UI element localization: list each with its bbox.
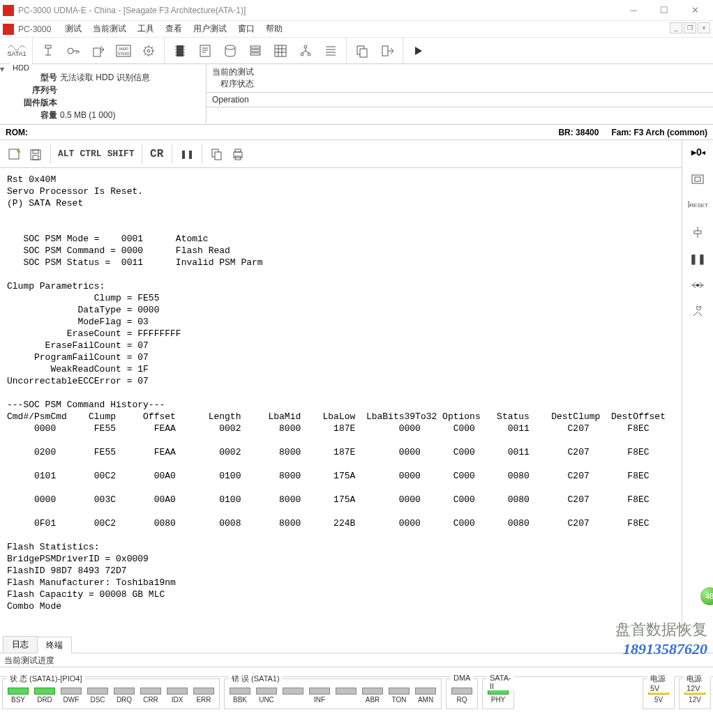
led-ton: TON: [386, 688, 412, 707]
app-icon: [3, 5, 14, 16]
side-reset-button[interactable]: 0000RESET: [687, 197, 708, 214]
led-label: RQ: [449, 696, 474, 704]
led-label: DRD: [32, 696, 57, 704]
term-pause-button[interactable]: ❚❚: [177, 144, 197, 165]
tab-log[interactable]: 日志: [3, 636, 38, 653]
led-indicator: [167, 688, 188, 695]
svg-rect-31: [692, 175, 703, 183]
led-indicator: [362, 688, 383, 695]
side-settings-button[interactable]: [687, 277, 708, 294]
tool-utility-button[interactable]: [36, 39, 61, 63]
led-indicator: [309, 688, 330, 695]
svg-rect-22: [31, 150, 40, 160]
side-tools-button[interactable]: [687, 303, 708, 320]
tool-stack-button[interactable]: [243, 39, 268, 63]
tool-play-button[interactable]: [406, 39, 431, 63]
menu-test[interactable]: 测试: [59, 22, 87, 36]
tool-database-button[interactable]: [218, 39, 243, 63]
svg-point-17: [308, 53, 310, 56]
status-group-state: 状 态 (SATA1)-[PIO4] BSYDRDDWFDSCDRQCRRIDX…: [2, 678, 220, 709]
close-button[interactable]: ✕: [680, 0, 710, 21]
svg-rect-19: [360, 49, 367, 57]
tool-tree-button[interactable]: [293, 39, 318, 63]
led-indicator: [34, 688, 55, 695]
tool-copy-button[interactable]: [350, 39, 375, 63]
tab-terminal[interactable]: 终端: [37, 637, 72, 653]
term-alt-button[interactable]: ALT: [55, 144, 77, 165]
menu-help[interactable]: 帮助: [260, 22, 288, 36]
terminal-output[interactable]: Rst 0x40M Servo Processor Is Reset. (P) …: [0, 168, 682, 637]
svg-rect-13: [250, 53, 260, 55]
svg-rect-12: [250, 50, 260, 52]
svg-text:▸0◂: ▸0◂: [691, 146, 705, 158]
svg-rect-26: [215, 152, 221, 160]
menu-current-test[interactable]: 当前测试: [87, 22, 132, 36]
program-state: 程序状态: [212, 78, 707, 90]
main-toolbar: ◠◡◠SATA1 960057600: [0, 38, 713, 64]
led-label: PHY: [486, 696, 511, 704]
tool-list-button[interactable]: [318, 39, 343, 63]
term-shift-button[interactable]: SHIFT: [105, 144, 137, 165]
svg-rect-9: [200, 45, 210, 56]
led-unc: UNC: [254, 688, 279, 707]
led-indicator: [114, 688, 135, 695]
svg-rect-14: [275, 45, 286, 56]
menubar: PC-3000 测试 当前测试 工具 查看 用户测试 窗口 帮助 _ ❐ ×: [0, 21, 713, 38]
terminal-toolbar: ALT CTRL SHIFT CR ❚❚: [0, 140, 682, 168]
led-label: 5V: [646, 696, 671, 704]
led-label: UNC: [254, 696, 279, 704]
menu-view[interactable]: 查看: [160, 22, 188, 36]
led-label: DWF: [59, 696, 84, 704]
side-power-button[interactable]: ▸0◂: [687, 144, 708, 161]
rom-label: ROM:: [6, 128, 28, 137]
tool-report-button[interactable]: [193, 39, 218, 63]
mdi-close-button[interactable]: ×: [698, 22, 710, 33]
collapse-icon[interactable]: ▾: [0, 64, 8, 73]
tool-exit-button[interactable]: [375, 39, 400, 63]
status-5v-label: 电源 5V: [647, 674, 674, 692]
term-new-button[interactable]: [4, 144, 25, 165]
led-label: 12V: [682, 696, 707, 704]
br-label: BR:: [558, 128, 573, 137]
maximize-button[interactable]: ☐: [649, 0, 680, 21]
svg-rect-11: [250, 46, 260, 48]
sata-port-button[interactable]: ◠◡◠SATA1: [4, 39, 29, 63]
svg-point-15: [304, 45, 307, 48]
menu-window[interactable]: 窗口: [232, 22, 260, 36]
led-label: DSC: [85, 696, 110, 704]
minimize-button[interactable]: ─: [618, 0, 649, 21]
led-err: ERR: [191, 688, 216, 707]
capacity-value: 0.5 MB (1 000): [60, 110, 115, 120]
led-label: TON: [386, 696, 412, 704]
led-label: CRR: [138, 696, 163, 704]
side-connector-button[interactable]: [687, 224, 708, 241]
tool-chip-button[interactable]: [167, 39, 193, 63]
status-sata2-label: SATA-II: [487, 674, 514, 690]
side-chip-button[interactable]: [687, 171, 708, 188]
current-test-label: 当前的测试: [212, 66, 707, 78]
mdi-minimize-button[interactable]: _: [670, 22, 682, 33]
tool-grid-button[interactable]: [268, 39, 293, 63]
tool-counter-button[interactable]: 960057600: [111, 39, 136, 63]
menu-tools[interactable]: 工具: [132, 22, 160, 36]
term-copy-button[interactable]: [207, 144, 227, 165]
tool-key-button[interactable]: [61, 39, 86, 63]
info-row: ▾ HDD 型号无法读取 HDD 识别信息 序列号 固件版本 容量0.5 MB …: [0, 64, 713, 125]
side-pause-button[interactable]: ❚❚: [687, 250, 708, 267]
term-print-button[interactable]: [227, 144, 248, 165]
led-drd: DRD: [32, 688, 57, 707]
mdi-restore-button[interactable]: ❐: [684, 22, 696, 33]
status-group-5v: 电源 5V 5V: [643, 678, 675, 709]
tool-export-button[interactable]: [86, 39, 111, 63]
term-cr-button[interactable]: CR: [147, 144, 167, 165]
menu-user-test[interactable]: 用户测试: [188, 22, 232, 36]
side-toolbar: ▸0◂ 0000RESET ❚❚: [682, 140, 713, 637]
led-label: ABR: [360, 696, 385, 704]
term-save-button[interactable]: [25, 144, 46, 165]
svg-rect-32: [695, 177, 700, 181]
term-ctrl-button[interactable]: CTRL: [77, 144, 104, 165]
test-panel: 当前的测试 程序状态 Operation: [207, 64, 713, 124]
led-label: DRQ: [112, 696, 137, 704]
tool-gear-button[interactable]: [136, 39, 161, 63]
svg-rect-2: [93, 48, 100, 56]
